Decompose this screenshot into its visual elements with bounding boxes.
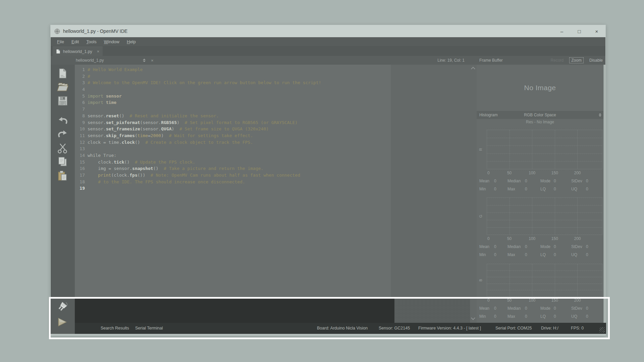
status-drive: Drive: H:/	[541, 326, 558, 330]
code-line: 6import time	[75, 99, 470, 106]
frame-buffer-header: Frame Buffer Record Zoom Disable	[477, 58, 606, 63]
scroll-up-icon[interactable]	[471, 67, 475, 71]
menu-bar: FileEditToolsWindowHelp	[51, 37, 605, 46]
code-line: 5import sensor	[75, 93, 470, 100]
histogram-axis: 050100150200	[487, 298, 602, 303]
frame-buffer-panel: No Image Histogram RGB Color Space Res -…	[477, 65, 603, 323]
menu-file[interactable]: File	[53, 39, 68, 44]
status-fps: FPS: 0	[571, 326, 584, 330]
close-button-icon[interactable]: ×	[588, 25, 605, 37]
redo-icon	[57, 128, 69, 140]
histogram-stats-row2: Min0Max0LQ0UQ0	[479, 313, 601, 320]
open-file-icon	[57, 81, 69, 93]
python-file-icon	[56, 49, 60, 54]
scroll-down-icon[interactable]	[471, 316, 475, 320]
line-col-indicator: Line: 19, Col: 1	[437, 58, 465, 63]
left-toolbar	[51, 65, 75, 334]
record-button[interactable]: Record	[551, 58, 564, 63]
pane-tab-search-results[interactable]: Search Results	[101, 326, 129, 330]
tab-helloworld[interactable]: helloworld_1.py ×	[53, 47, 103, 56]
openmv-logo-icon	[54, 28, 60, 34]
disable-button[interactable]: Disable	[589, 58, 603, 63]
code-line: 17 print(clock.fps()) # Note: OpenMV Cam…	[75, 172, 470, 179]
code-line: 13	[75, 145, 470, 152]
connect-button[interactable]	[56, 301, 69, 315]
tab-label: helloworld_1.py	[63, 49, 92, 54]
menu-help[interactable]: Help	[123, 39, 140, 44]
menu-tools[interactable]: Tools	[83, 39, 100, 44]
resolution-label: Res - No Image	[477, 120, 603, 124]
histogram-stats-row1: Mean0Median0Mode0StDev0	[479, 177, 601, 185]
document-close-icon[interactable]: ×	[151, 58, 154, 63]
histogram-axis: 050100150200	[487, 236, 602, 242]
code-line: 16 img = sensor.snapshot() # Take a pict…	[75, 165, 470, 172]
color-space-spinner-icon[interactable]	[599, 113, 601, 117]
code-editor[interactable]: 1# Hello World Example2#3# Welcome to th…	[75, 65, 470, 299]
resize-grip[interactable]	[599, 327, 605, 333]
code-line: 15 clock.tick() # Update the FPS clock.	[75, 159, 470, 166]
code-line: 3# Welcome to the OpenMV IDE! Click on t…	[75, 79, 470, 86]
run-script-button[interactable]	[57, 317, 67, 327]
channel-label: R	[479, 146, 483, 153]
histogram-axis: 050100150200	[487, 171, 602, 176]
bottom-pane-filler	[394, 299, 470, 323]
frame-buffer-title: Frame Buffer	[479, 58, 503, 63]
status-bar: Search ResultsSerial TerminalBoard: Ardu…	[75, 323, 606, 334]
undo-icon	[57, 114, 69, 126]
status-board: Board: Arduino Nicla Vision	[317, 326, 368, 330]
run-arrow-icon	[57, 317, 67, 327]
code-line: 2#	[75, 73, 470, 80]
spinner-icon[interactable]	[143, 59, 146, 62]
histogram-chart	[487, 197, 602, 235]
plug-icon	[56, 301, 69, 315]
redo-button[interactable]	[57, 128, 69, 140]
code-line: 8sensor.reset() # Reset and initialize t…	[75, 113, 470, 119]
channel-label: G	[479, 213, 483, 220]
title-bar: helloworld_1.py - OpenMV IDE – □ ×	[51, 25, 605, 37]
code-line: 7	[75, 106, 470, 113]
open-file-button[interactable]	[57, 81, 69, 93]
code-line: 12clock = time.clock() # Create a clock …	[75, 139, 470, 146]
histogram-stats-row1: Mean0Median0Mode0StDev0	[479, 243, 601, 250]
terminal-output[interactable]	[75, 299, 394, 323]
status-serial-port: Serial Port: COM25	[495, 326, 532, 330]
minimize-button-icon[interactable]: –	[553, 25, 571, 37]
document-selector[interactable]: helloworld_1.py ×	[76, 58, 161, 63]
code-line: 14while True:	[75, 152, 470, 159]
histogram-chart	[487, 264, 602, 297]
status-firmware-version: Firmware Version: 4.4.3 - [ latest ]	[418, 326, 481, 330]
paste-icon	[57, 170, 69, 182]
paste-button[interactable]	[57, 170, 69, 182]
histogram-stats-row2: Min0Max0LQ0UQ0	[479, 185, 601, 193]
histogram-stats-row1: Mean0Median0Mode0StDev0	[479, 305, 601, 312]
save-file-button[interactable]	[57, 95, 69, 107]
copy-icon	[57, 156, 69, 168]
menu-edit[interactable]: Edit	[68, 39, 83, 44]
tab-bar: helloworld_1.py ×	[51, 46, 605, 56]
histogram-header: Histogram RGB Color Space	[477, 111, 603, 119]
editor-scrollbar[interactable]	[470, 65, 477, 323]
copy-button[interactable]	[57, 156, 69, 168]
histogram-stats-row2: Min0Max0LQ0UQ0	[479, 251, 601, 258]
pane-tab-serial-terminal[interactable]: Serial Terminal	[135, 326, 163, 330]
tab-close-icon[interactable]: ×	[97, 49, 100, 54]
undo-button[interactable]	[57, 114, 69, 126]
code-line: 1# Hello World Example	[75, 66, 470, 73]
channel-label: B	[479, 277, 483, 284]
no-image-placeholder: No Image	[477, 65, 603, 111]
save-file-icon	[57, 95, 69, 107]
window-bottom-edge	[51, 334, 605, 336]
maximize-button-icon[interactable]: □	[571, 25, 588, 37]
cut-icon	[57, 142, 69, 155]
cut-button[interactable]	[57, 142, 69, 155]
document-selector-label: helloworld_1.py	[76, 58, 143, 63]
panel-scrollbar[interactable]	[603, 65, 606, 323]
code-line: 11sensor.skip_frames(time=2000) # Wait f…	[75, 132, 470, 139]
zoom-button[interactable]: Zoom	[570, 58, 583, 63]
menu-window[interactable]: Window	[100, 39, 123, 44]
code-line: 10sensor.set_framesize(sensor.QVGA) # Se…	[75, 126, 470, 132]
code-line: 19	[75, 185, 470, 192]
code-line: 4	[75, 86, 470, 93]
color-space-select[interactable]: RGB Color Space	[477, 113, 603, 117]
new-file-button[interactable]	[57, 67, 69, 79]
